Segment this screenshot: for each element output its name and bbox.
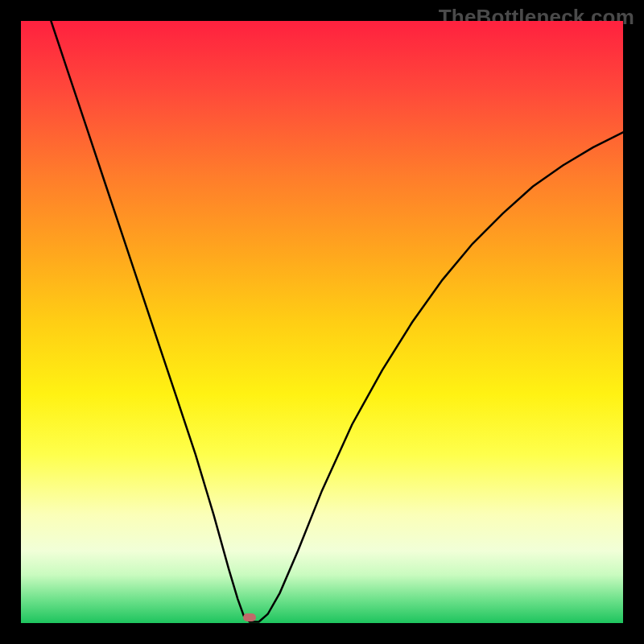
chart-container: TheBottleneck.com [0,0,644,644]
bottleneck-curve [21,21,623,623]
plot-area [21,21,623,623]
optimal-marker-icon [243,613,256,621]
